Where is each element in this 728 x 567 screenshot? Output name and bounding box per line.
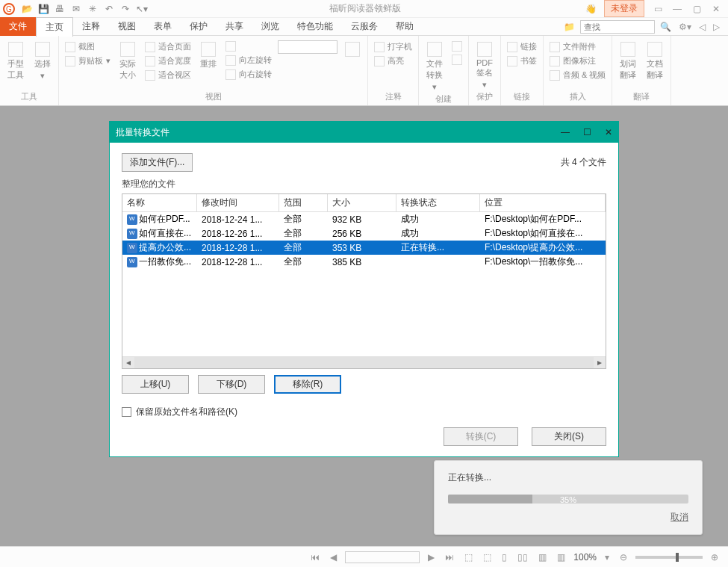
fit-visible-button[interactable]: 适合视区	[143, 69, 193, 81]
search-icon[interactable]: 🔍	[658, 22, 673, 32]
file-icon	[127, 257, 137, 267]
tab-protect[interactable]: 保护	[181, 17, 217, 36]
doc-translate-button[interactable]: 文档 翻译	[644, 40, 666, 82]
keep-original-checkbox[interactable]	[122, 407, 131, 417]
maximize-icon[interactable]: ▢	[691, 4, 703, 14]
scroll-left-icon[interactable]: ◂	[122, 357, 134, 368]
tab-help[interactable]: 帮助	[387, 17, 423, 36]
layout-icon-2[interactable]: ⬚	[481, 552, 494, 563]
col-status[interactable]: 转换状态	[396, 194, 480, 211]
highlight-button[interactable]: 高亮	[373, 55, 414, 67]
open-icon[interactable]: 📂	[21, 3, 33, 15]
cursor-dropdown-icon[interactable]: ↖▾	[136, 3, 148, 15]
file-attachment-button[interactable]: 文件附件	[548, 40, 607, 53]
first-page-icon[interactable]: ⏮	[308, 552, 322, 563]
nav-next-icon[interactable]: ▷	[711, 22, 722, 32]
bookmark-button[interactable]: 书签	[505, 55, 538, 67]
file-icon	[127, 214, 137, 225]
image-annotation-button[interactable]: 图像标注	[548, 55, 607, 67]
layout-icon-3[interactable]: ▯	[500, 552, 509, 563]
col-name[interactable]: 名称	[122, 194, 197, 211]
tab-home[interactable]: 主页	[36, 17, 73, 37]
layout-icon-6[interactable]: ▥	[555, 552, 567, 563]
minimize-icon[interactable]: —	[671, 4, 683, 14]
move-down-button[interactable]: 下移(D)	[198, 375, 265, 394]
reflow-button[interactable]: 重排	[197, 40, 220, 71]
layout-icon-4[interactable]: ▯▯	[515, 552, 530, 563]
word-translate-button[interactable]: 划词 翻译	[617, 40, 639, 82]
zoom-in-icon[interactable]	[224, 40, 273, 52]
scroll-right-icon[interactable]: ▸	[594, 357, 606, 368]
close-icon[interactable]: ✕	[710, 4, 722, 14]
login-button[interactable]: 未登录	[604, 0, 644, 17]
tab-view[interactable]: 视图	[109, 17, 145, 36]
fit-width-button[interactable]: 适合宽度	[143, 55, 193, 67]
tab-browse[interactable]: 浏览	[252, 17, 288, 36]
pdf-sign-button[interactable]: PDF 签名▾	[473, 40, 496, 91]
fit-page-button[interactable]: 适合页面	[143, 40, 193, 53]
nav-prev-icon[interactable]: ◁	[697, 22, 708, 32]
mail-icon[interactable]: ✉	[70, 3, 82, 15]
dialog-maximize-icon[interactable]: ☐	[583, 127, 591, 137]
actual-size-button[interactable]: 实际 大小	[116, 40, 139, 82]
tab-comment[interactable]: 注释	[73, 17, 109, 36]
zoom-out-icon[interactable]	[342, 40, 363, 58]
print-icon[interactable]: 🖶	[54, 3, 66, 15]
link-button[interactable]: 链接	[505, 40, 538, 53]
col-mtime[interactable]: 修改时间	[197, 194, 279, 211]
last-page-icon[interactable]: ⏭	[443, 552, 456, 563]
col-loc[interactable]: 位置	[480, 194, 606, 211]
save-icon[interactable]: 💾	[37, 3, 49, 15]
create-icon-2[interactable]	[450, 54, 464, 66]
zoom-dropdown[interactable]	[278, 40, 337, 54]
audio-video-button[interactable]: 音频 & 视频	[548, 69, 607, 81]
rotate-right-button[interactable]: 向右旋转	[224, 68, 273, 81]
tab-share[interactable]: 共享	[217, 17, 252, 36]
tab-cloud[interactable]: 云服务	[342, 17, 387, 36]
dialog-close-icon[interactable]: ✕	[605, 127, 612, 137]
zoom-out-icon[interactable]: ⊖	[617, 552, 629, 563]
col-range[interactable]: 范围	[279, 194, 328, 211]
table-row[interactable]: 如何在PDF...2018-12-24 1...全部932 KB成功F:\Des…	[122, 212, 606, 226]
remove-button[interactable]: 移除(R)	[274, 375, 341, 394]
hand-icon[interactable]: 👋	[585, 4, 597, 14]
search-input[interactable]	[580, 20, 655, 34]
undo-icon[interactable]: ↶	[103, 3, 115, 15]
table-row[interactable]: 一招教你免...2018-12-28 1...全部385 KBF:\Deskto…	[122, 255, 606, 269]
tab-file[interactable]: 文件	[0, 17, 36, 36]
redo-icon[interactable]: ↷	[119, 3, 131, 15]
close-button[interactable]: 关闭(S)	[532, 427, 606, 446]
layout-icon-1[interactable]: ⬚	[462, 552, 475, 563]
scrollbar-track[interactable]	[134, 357, 594, 368]
zoom-in-icon[interactable]: ⊕	[709, 552, 721, 563]
convert-button[interactable]: 转换(C)	[444, 427, 518, 446]
tab-special[interactable]: 特色功能	[288, 17, 342, 36]
move-up-button[interactable]: 上移(U)	[122, 375, 189, 394]
rotate-left-button[interactable]: 向左旋转	[224, 54, 273, 66]
layout-icon-5[interactable]: ▥	[536, 552, 549, 563]
next-page-icon[interactable]: ▶	[426, 552, 437, 563]
gear-icon[interactable]: ⚙▾	[676, 22, 694, 32]
table-row[interactable]: 如何直接在...2018-12-26 1...全部256 KB成功F:\Desk…	[122, 226, 606, 241]
folder-open-icon[interactable]: 📁	[561, 22, 577, 32]
tab-form[interactable]: 表单	[145, 17, 181, 36]
dialog-minimize-icon[interactable]: —	[561, 127, 570, 137]
typewriter-button[interactable]: 打字机	[373, 40, 414, 53]
clipboard-button[interactable]: 剪贴板▾	[63, 55, 112, 67]
select-button[interactable]: 选择▾	[31, 40, 54, 82]
snapshot-button[interactable]: 截图	[63, 40, 112, 53]
progress-cancel-link[interactable]: 取消	[448, 511, 688, 524]
list-label: 整理您的文件	[122, 178, 606, 190]
prev-page-icon[interactable]: ◀	[328, 552, 339, 563]
file-convert-button[interactable]: 文件 转换▾	[423, 40, 446, 93]
zoom-slider[interactable]	[635, 556, 703, 559]
ribbon-toggle-icon[interactable]: ▭	[652, 4, 664, 14]
add-file-button[interactable]: 添加文件(F)...	[122, 153, 193, 172]
new-icon[interactable]: ✳	[87, 3, 99, 15]
zoom-dropdown-icon[interactable]: ▾	[603, 552, 612, 563]
hand-tool-button[interactable]: 手型 工具	[4, 40, 27, 82]
create-icon-1[interactable]	[450, 40, 464, 52]
col-size[interactable]: 大小	[328, 194, 396, 211]
page-input[interactable]	[345, 551, 420, 563]
table-row[interactable]: 提高办公效...2018-12-28 1...全部353 KB正在转换...F:…	[122, 241, 606, 255]
